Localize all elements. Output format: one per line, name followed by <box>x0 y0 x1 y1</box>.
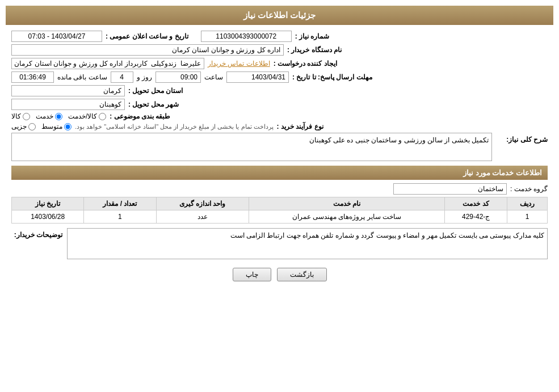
purchase-type-note: پرداخت تمام یا بخشی از مبلغ خریدار از مح… <box>75 123 274 130</box>
services-section-title: اطلاعات خدمات مورد نیاز <box>11 166 548 180</box>
city-input[interactable] <box>11 99 125 110</box>
category-option-kala[interactable]: کالا <box>11 112 30 120</box>
cell-quantity: 1 <box>84 210 156 224</box>
creator-label: ایجاد کننده درخواست : <box>274 60 337 68</box>
creator-row: ایجاد کننده درخواست : اطلاعات تماس خریدا… <box>11 58 548 69</box>
category-radio-group: کالا/خدمت خدمت کالا <box>11 112 106 120</box>
purchase-type-mutawaset[interactable]: متوسط <box>41 123 72 130</box>
need-number-row: شماره نیاز : تاریخ و ساعت اعلان عمومی : <box>11 31 548 42</box>
remaining-input[interactable] <box>11 71 54 83</box>
category-radio-kala-khedmat[interactable] <box>99 113 106 120</box>
city-row: شهر محل تحویل : <box>11 99 548 110</box>
category-option-khedmat[interactable]: خدمت <box>36 112 62 120</box>
cell-code: ج-42-429 <box>445 210 507 224</box>
buyer-input[interactable] <box>11 44 284 56</box>
service-group-label: گروه خدمت : <box>510 185 548 193</box>
contact-link[interactable]: اطلاعات تماس خریدار <box>208 60 270 68</box>
header-title: جزئیات اطلاعات نیاز <box>243 10 316 20</box>
category-radio-khedmat[interactable] <box>55 113 62 120</box>
buyer-label: نام دستگاه خریدار : <box>287 46 342 54</box>
province-row: استان محل تحویل : <box>11 85 548 96</box>
col-header-unit: واحد اندازه گیری <box>156 197 249 210</box>
page-header: جزئیات اطلاعات نیاز <box>6 6 553 25</box>
province-label: استان محل تحویل : <box>128 87 183 95</box>
need-desc-textarea[interactable]: تکمیل بخشی از سالن ورزشی و ساختمان جنبی … <box>11 133 492 161</box>
col-header-code: کد خدمت <box>445 197 507 210</box>
button-row: بازگشت چاپ <box>11 268 548 281</box>
purchase-type-row: نوع فرآیند خرید : پرداخت تمام یا بخشی از… <box>11 123 548 130</box>
category-radio-kala[interactable] <box>23 113 30 120</box>
service-group-row: گروه خدمت : <box>11 183 548 195</box>
print-button[interactable]: چاپ <box>233 268 271 281</box>
col-header-date: تاریخ نیاز <box>12 197 84 210</box>
cell-unit: عدد <box>156 210 249 224</box>
purchase-type-juzii[interactable]: جزیی <box>11 123 36 130</box>
remaining-label: ساعت باقی مانده <box>57 73 107 81</box>
cell-date: 1403/06/28 <box>12 210 84 224</box>
purchase-type-radio-juzii[interactable] <box>28 123 36 130</box>
need-desc-section: شرح کلی نیاز: تکمیل بخشی از سالن ورزشی و… <box>11 133 548 161</box>
buyer-notes-section: کلیه مدارک پیوستی می بایست تکمیل مهر و ا… <box>11 228 548 261</box>
buyer-notes-label: توضیحات خریدار: <box>11 228 62 239</box>
deadline-label: مهلت ارسال پاسخ: تا تاریخ : <box>292 73 372 81</box>
service-group-input[interactable] <box>393 183 507 195</box>
creator-input[interactable] <box>11 58 204 69</box>
buyer-notes-textarea[interactable]: کلیه مدارک پیوستی می بایست تکمیل مهر و ا… <box>67 228 548 259</box>
need-number-input[interactable] <box>201 31 292 42</box>
time-label: ساعت <box>204 73 223 81</box>
purchase-type-radio-group: متوسط جزیی <box>11 123 72 130</box>
col-header-name: نام خدمت <box>249 197 445 210</box>
days-input[interactable] <box>111 71 133 83</box>
category-row: طبقه بندی موضوعی : کالا/خدمت خدمت کالا <box>11 112 548 120</box>
province-input[interactable] <box>11 85 125 96</box>
back-button[interactable]: بازگشت <box>277 268 327 281</box>
days-label: روز و <box>137 73 152 81</box>
city-label: شهر محل تحویل : <box>128 100 179 108</box>
category-label: طبقه بندی موضوعی : <box>110 112 170 120</box>
purchase-type-radio-mutawaset[interactable] <box>64 123 72 130</box>
announcement-date-label: تاریخ و ساعت اعلان عمومی : <box>106 32 188 40</box>
purchase-type-label: نوع فرآیند خرید : <box>277 123 323 130</box>
table-row: 1 ج-42-429 ساخت سایر پروژه‌های مهندسی عم… <box>12 210 548 224</box>
need-desc-label: شرح کلی نیاز: <box>497 133 548 144</box>
category-option-kala-khedmat[interactable]: کالا/خدمت <box>68 112 106 120</box>
cell-name: ساخت سایر پروژه‌های مهندسی عمران <box>249 210 445 224</box>
cell-row: 1 <box>507 210 547 224</box>
services-table: ردیف کد خدمت نام خدمت واحد اندازه گیری ت… <box>11 197 548 224</box>
deadline-row: مهلت ارسال پاسخ: تا تاریخ : ساعت روز و س… <box>11 71 548 83</box>
col-header-row: ردیف <box>507 197 547 210</box>
col-header-quantity: تعداد / مقدار <box>84 197 156 210</box>
deadline-date-input[interactable] <box>226 71 289 83</box>
announcement-date-input[interactable] <box>11 31 102 42</box>
need-number-label: شماره نیاز : <box>295 32 330 40</box>
deadline-time-input[interactable] <box>155 71 201 83</box>
buyer-row: نام دستگاه خریدار : <box>11 44 548 56</box>
